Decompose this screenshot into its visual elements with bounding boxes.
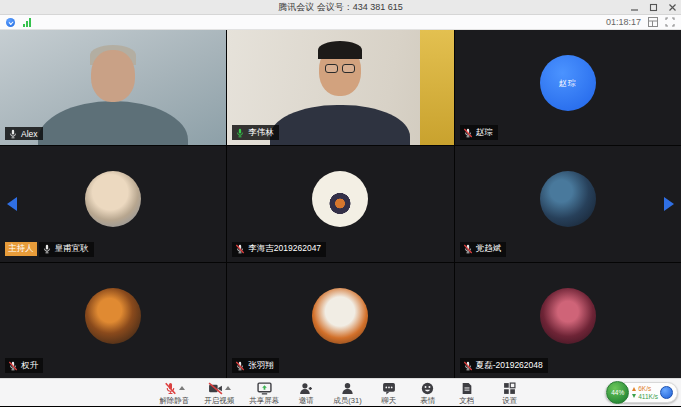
- prev-page-arrow[interactable]: [7, 197, 17, 211]
- participant-name: 皇甫宜耿: [55, 243, 89, 255]
- speed-percent: 44%: [611, 389, 624, 396]
- mic-muted-icon: [164, 382, 177, 395]
- glasses: [323, 64, 357, 73]
- upload-rate: 6K/s: [638, 385, 651, 393]
- layout-switch-icon[interactable]: [648, 17, 658, 27]
- participant-name: 权升: [21, 360, 38, 372]
- avatar: 赵琮: [540, 55, 596, 111]
- document-icon: [461, 382, 473, 395]
- video-tile-liweilin[interactable]: 李伟林: [227, 30, 453, 145]
- avatar: [540, 288, 596, 344]
- mic-on-icon: [8, 129, 18, 139]
- participant-name: 李海吉2019262047: [248, 243, 321, 255]
- video-tile-quansheng[interactable]: 权升: [0, 263, 226, 378]
- emoji-smiley-icon: [421, 382, 434, 395]
- avatar: [540, 171, 596, 227]
- participant-grid: Alex 李伟林 赵琮 赵琮 主持人 皇甫宜耿: [0, 30, 681, 378]
- emoji-button[interactable]: 表情: [416, 381, 440, 406]
- security-shield-icon[interactable]: [6, 18, 15, 27]
- unmute-button[interactable]: 解除静音: [159, 381, 189, 406]
- minimize-button[interactable]: [630, 3, 639, 12]
- avatar: [312, 288, 368, 344]
- maximize-button[interactable]: [649, 3, 658, 12]
- mic-muted-icon: [235, 361, 245, 371]
- video-tile-dangqubin[interactable]: 党趋斌: [455, 146, 681, 261]
- participant-name: Alex: [21, 129, 38, 139]
- mic-muted-icon: [235, 244, 245, 254]
- share-screen-icon: [257, 382, 272, 395]
- host-badge: 主持人: [5, 242, 37, 256]
- invite-button[interactable]: 邀请: [294, 381, 318, 406]
- title-bar: 腾讯会议 会议号：434 381 615: [0, 0, 681, 15]
- meeting-toolbar: 解除静音 开启视频 共享屏幕: [0, 378, 681, 406]
- mic-on-icon: [42, 244, 52, 254]
- camera-options-caret[interactable]: [225, 386, 231, 390]
- settings-grid-icon: [503, 382, 516, 395]
- members-button[interactable]: 成员(31): [333, 381, 361, 406]
- docs-button[interactable]: 文档: [455, 381, 479, 406]
- video-tile-lihaiji[interactable]: 李海吉2019262047: [227, 146, 453, 261]
- members-icon: [341, 382, 354, 395]
- mic-options-caret[interactable]: [179, 386, 185, 390]
- chat-button[interactable]: 聊天: [377, 381, 401, 406]
- video-tile-xialei[interactable]: 夏磊-2019262048: [455, 263, 681, 378]
- mic-muted-icon: [463, 244, 473, 254]
- avatar-initials: 赵琮: [559, 78, 577, 89]
- participant-name: 李伟林: [248, 127, 274, 139]
- participant-name: 张羽翔: [248, 360, 274, 372]
- mic-muted-icon: [8, 361, 18, 371]
- meeting-timer: 01:18:17: [606, 17, 641, 27]
- settings-button[interactable]: 设置: [498, 381, 522, 406]
- download-rate: 411K/s: [638, 393, 658, 401]
- network-signal-icon[interactable]: [23, 18, 31, 27]
- next-page-arrow[interactable]: [664, 197, 674, 211]
- fullscreen-icon[interactable]: [665, 17, 675, 27]
- start-video-button[interactable]: 开启视频: [204, 381, 234, 406]
- status-bar: 01:18:17: [0, 15, 681, 30]
- participant-name: 党趋斌: [476, 243, 502, 255]
- participant-name: 赵琮: [476, 127, 493, 139]
- participant-name: 夏磊-2019262048: [476, 360, 543, 372]
- download-arrow-icon: [632, 394, 636, 398]
- avatar: [85, 288, 141, 344]
- avatar: [85, 171, 141, 227]
- meeting-title: 腾讯会议 会议号：434 381 615: [278, 1, 403, 14]
- close-button[interactable]: [668, 3, 677, 12]
- video-tile-zhangyuxiang[interactable]: 张羽翔: [227, 263, 453, 378]
- mic-muted-icon: [463, 361, 473, 371]
- video-tile-alex[interactable]: Alex: [0, 30, 226, 145]
- camera-off-icon: [208, 382, 223, 395]
- upload-arrow-icon: [632, 387, 636, 391]
- chat-bubble-icon: [382, 382, 396, 395]
- invite-person-icon: [299, 382, 313, 395]
- speed-ball[interactable]: 44%: [606, 381, 629, 404]
- speed-ball-widget[interactable]: 44% 6K/s 411K/s: [605, 381, 678, 404]
- mic-muted-icon: [463, 128, 473, 138]
- video-tile-huangfuyigeng[interactable]: 主持人 皇甫宜耿: [0, 146, 226, 261]
- mic-active-icon: [235, 128, 245, 138]
- avatar: [312, 171, 368, 227]
- share-screen-button[interactable]: 共享屏幕: [249, 381, 279, 406]
- browser-overlay-icon[interactable]: [660, 386, 673, 399]
- video-tile-zhaocong[interactable]: 赵琮 赵琮: [455, 30, 681, 145]
